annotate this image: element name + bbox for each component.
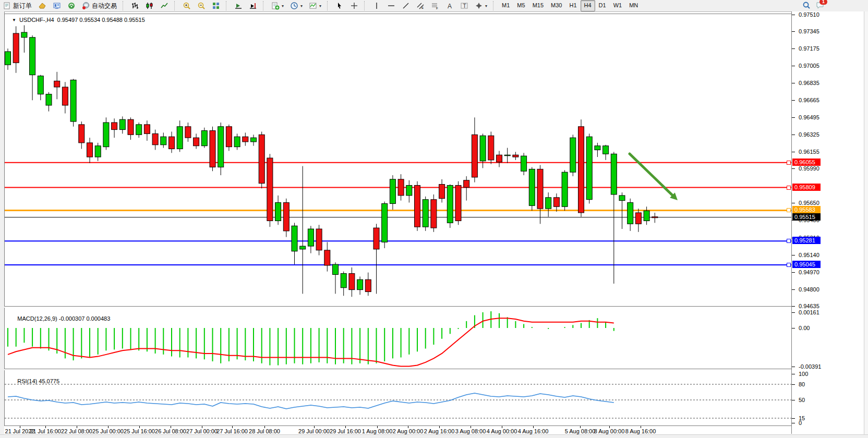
indicators-button[interactable]: ▾ <box>268 0 287 11</box>
new-order-button[interactable]: 新订单 <box>0 0 35 11</box>
candle <box>537 165 543 224</box>
price-axis[interactable]: 0.975100.973450.971750.970050.968350.966… <box>791 11 864 434</box>
time-tick-label: 1 Aug 08:00 <box>362 428 393 434</box>
timeframe-h4-button[interactable]: H4 <box>581 0 595 11</box>
price-line-badge: 0.96055 <box>792 159 821 166</box>
tile-windows-button[interactable] <box>209 0 223 11</box>
timeframe-d1-button[interactable]: D1 <box>595 0 610 11</box>
line-handle[interactable] <box>787 161 791 165</box>
signals-button[interactable] <box>64 0 79 11</box>
chevron-down-icon[interactable]: ▼ <box>12 18 16 22</box>
line-handle[interactable] <box>787 239 791 243</box>
line-chart-button[interactable] <box>157 0 172 11</box>
candle <box>54 72 60 99</box>
chart-symbol-label: USDCHF-,H4 <box>19 17 54 23</box>
cursor-button[interactable] <box>332 0 347 11</box>
axis-tick <box>792 423 795 423</box>
zoom-in-button[interactable] <box>179 0 194 11</box>
time-tick-label: 22 Jul 08:00 <box>61 428 92 434</box>
trend-arrow[interactable] <box>630 154 672 195</box>
dropdown-caret-icon[interactable]: ▾ <box>485 4 487 8</box>
indicators-icon <box>271 2 280 10</box>
line-handle[interactable] <box>787 186 791 190</box>
search-button[interactable] <box>802 1 811 11</box>
candle <box>349 267 355 297</box>
candle <box>46 92 52 112</box>
price-tick-label: 0.94970 <box>799 269 819 275</box>
toolbar-separator <box>174 1 178 10</box>
label-button[interactable]: T <box>457 0 472 11</box>
periods-button[interactable]: ▾ <box>287 0 306 11</box>
hline-button[interactable] <box>384 0 399 11</box>
text-icon: A <box>445 2 454 10</box>
time-tick-label: 27 Jul 16:00 <box>216 428 248 434</box>
candle <box>136 123 142 138</box>
dropdown-caret-icon[interactable]: ▾ <box>300 4 303 8</box>
candle <box>70 79 76 126</box>
tile-windows-icon <box>212 2 220 10</box>
price-tick-label: 0.96835 <box>799 80 819 86</box>
bar-chart-button[interactable] <box>128 0 142 11</box>
market-watch-button[interactable] <box>50 0 64 11</box>
vline-button[interactable] <box>369 0 384 11</box>
zoom-out-button[interactable] <box>194 0 209 11</box>
auto-scroll-button[interactable] <box>231 0 246 11</box>
price-tick-label: 0.95990 <box>799 165 819 172</box>
axis-tick <box>792 66 795 66</box>
crosshair-button[interactable] <box>347 0 361 11</box>
axis-tick <box>792 306 795 307</box>
rsi-chart[interactable] <box>5 370 792 425</box>
channel-button[interactable]: E <box>413 0 428 11</box>
notifications-button[interactable]: 1 <box>816 1 824 11</box>
time-axis[interactable]: 21 Jul 202221 Jul 16:0022 Jul 08:0025 Ju… <box>4 425 791 435</box>
candle <box>464 176 469 201</box>
rsi-tick-label: 100 <box>799 371 808 377</box>
time-tick-label: 8 Aug 16:00 <box>625 428 656 434</box>
axis-tick <box>792 83 795 83</box>
macd-chart[interactable] <box>5 308 792 369</box>
candle <box>415 181 420 231</box>
trendline-button[interactable] <box>399 0 413 11</box>
rsi-indicator-pane[interactable]: RSI(14) 45.0775 <box>4 370 792 425</box>
candle <box>79 121 85 149</box>
line-handle[interactable] <box>787 208 791 212</box>
candle <box>652 213 658 223</box>
svg-text:F: F <box>436 7 438 10</box>
candle <box>628 199 633 231</box>
timeframe-m5-button[interactable]: M5 <box>513 0 528 11</box>
time-tick-label: 3 Aug 08:00 <box>455 428 486 434</box>
timeframe-w1-button[interactable]: W1 <box>610 0 626 11</box>
price-chart-pane[interactable]: ▼ USDCHF-,H4 0.95497 0.95534 0.95488 0.9… <box>4 14 792 307</box>
arrows-button[interactable]: ▾ <box>472 0 490 11</box>
templates-icon <box>309 2 317 10</box>
macd-indicator-pane[interactable]: MACD(12,26,9) -0.000307 0.000483 <box>4 308 792 369</box>
window-bottom-edge <box>0 434 868 438</box>
chart-shift-button[interactable] <box>246 0 260 11</box>
templates-button[interactable]: ▾ <box>306 0 324 11</box>
candlestick-chart-button[interactable] <box>142 0 157 11</box>
candle <box>382 202 388 248</box>
candlestick-chart[interactable] <box>5 14 792 307</box>
timeframe-mn-button[interactable]: MN <box>625 0 642 11</box>
timeframe-m30-button[interactable]: M30 <box>547 0 565 11</box>
timeframe-h1-button[interactable]: H1 <box>565 0 580 11</box>
autotrading-button-label: 自动交易 <box>92 2 117 10</box>
timeframe-m1-button[interactable]: M1 <box>498 0 513 11</box>
timeframe-m15-button[interactable]: M15 <box>529 0 547 11</box>
fibonacci-button[interactable]: F <box>428 0 442 11</box>
chart-window-button[interactable] <box>35 0 50 11</box>
arrows-icon <box>475 2 483 10</box>
dropdown-caret-icon[interactable]: ▾ <box>282 4 284 8</box>
price-tick-label: 0.97345 <box>799 28 819 34</box>
search-icon <box>802 1 811 9</box>
candle <box>251 135 257 145</box>
candle <box>513 152 519 160</box>
text-button[interactable]: A <box>442 0 457 11</box>
candle <box>504 148 510 163</box>
time-tick-label: 21 Jul 16:00 <box>30 428 61 434</box>
crosshair-icon <box>350 2 358 10</box>
line-handle[interactable] <box>787 263 791 267</box>
autotrading-button[interactable]: 自动交易 <box>79 0 120 11</box>
candle <box>586 133 592 203</box>
dropdown-caret-icon[interactable]: ▾ <box>319 4 321 8</box>
